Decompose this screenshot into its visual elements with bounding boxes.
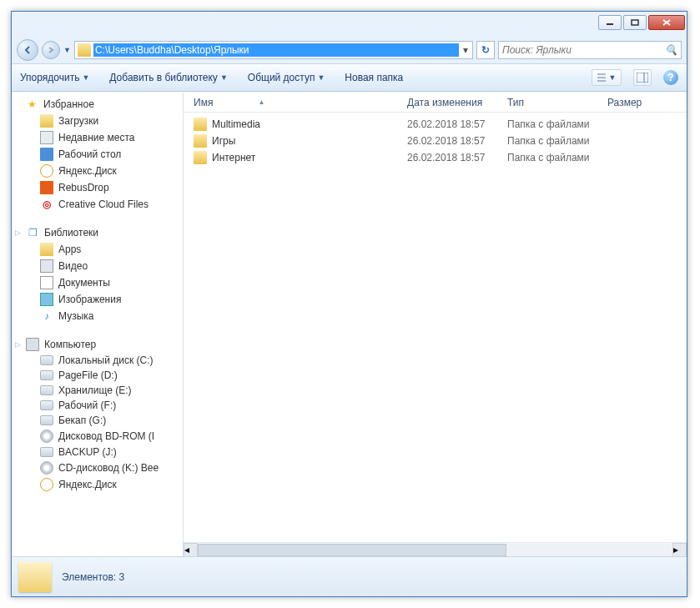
- favorites-header[interactable]: ★ Избранное: [12, 96, 183, 113]
- tree-item-label: Бекап (G:): [58, 415, 106, 426]
- preview-pane-button[interactable]: [633, 69, 652, 86]
- address-input[interactable]: [93, 43, 459, 57]
- file-row[interactable]: Multimedia26.02.2018 18:57Папка с файлам…: [184, 116, 687, 133]
- tree-item-label: Creative Cloud Files: [58, 198, 149, 210]
- scroll-right-button[interactable]: ▸: [672, 543, 687, 557]
- minimize-button[interactable]: [598, 15, 622, 30]
- view-mode-button[interactable]: ▼: [592, 69, 622, 86]
- search-box[interactable]: 🔍: [498, 41, 682, 59]
- file-list: Имя▲ Дата изменения Тип Размер Multimedi…: [184, 93, 687, 556]
- cell-name: Multimedia: [189, 118, 402, 131]
- cloud-icon: ◎: [40, 198, 53, 211]
- maximize-icon: [631, 19, 639, 26]
- refresh-button[interactable]: ↻: [476, 41, 495, 59]
- tree-item-label: Музыка: [58, 310, 93, 322]
- close-button[interactable]: [648, 15, 685, 30]
- folder-icon: [40, 114, 53, 128]
- scroll-thumb[interactable]: [198, 544, 506, 556]
- tree-item[interactable]: CD-дисковод (K:) Bee: [12, 460, 183, 476]
- tree-item[interactable]: Apps: [12, 241, 183, 258]
- tree-item-label: Яндекс.Диск: [58, 479, 117, 490]
- scroll-left-button[interactable]: ◂: [184, 543, 198, 557]
- file-row[interactable]: Интернет26.02.2018 18:57Папка с файлами: [184, 149, 687, 166]
- tree-item[interactable]: Локальный диск (C:): [12, 353, 183, 368]
- computer-header[interactable]: ▷ Компьютер: [12, 336, 183, 353]
- svg-rect-7: [637, 73, 648, 83]
- tree-item[interactable]: BACKUP (J:): [12, 445, 183, 460]
- tree-item[interactable]: RebusDrop: [12, 179, 183, 196]
- scroll-track[interactable]: [198, 544, 672, 556]
- drive-icon: [40, 355, 53, 365]
- column-type[interactable]: Тип: [502, 97, 602, 108]
- navigation-tree[interactable]: ★ Избранное ЗагрузкиНедавние местаРабочи…: [12, 93, 184, 556]
- tree-item[interactable]: Дисковод BD-ROM (I: [12, 428, 183, 445]
- tree-item[interactable]: Изображения: [12, 291, 183, 308]
- tree-item-label: BACKUP (J:): [58, 446, 117, 458]
- video-icon: [40, 259, 53, 273]
- cell-date: 26.02.2018 18:57: [402, 118, 502, 130]
- cell-name: Интернет: [189, 151, 402, 164]
- back-button[interactable]: [17, 39, 38, 61]
- new-folder-button[interactable]: Новая папка: [345, 72, 403, 83]
- yandex-icon: [40, 478, 53, 491]
- horizontal-scrollbar[interactable]: ◂ ▸: [184, 542, 687, 556]
- organize-menu[interactable]: Упорядочить ▼: [20, 72, 89, 83]
- folder-icon: [194, 134, 207, 148]
- img-icon: [40, 293, 53, 306]
- drive-icon: [40, 447, 53, 457]
- file-row[interactable]: Игры26.02.2018 18:57Папка с файлами: [184, 133, 687, 149]
- favorites-label: Избранное: [43, 98, 94, 110]
- tree-item-label: CD-дисковод (K:) Bee: [58, 462, 159, 474]
- chevron-down-icon: ▼: [317, 73, 325, 82]
- file-name: Игры: [212, 135, 235, 147]
- folder-icon: [40, 243, 53, 256]
- help-button[interactable]: ?: [663, 70, 678, 85]
- share-menu[interactable]: Общий доступ ▼: [248, 72, 325, 83]
- tree-item[interactable]: ◎Creative Cloud Files: [12, 196, 183, 213]
- arrow-right-icon: [48, 47, 54, 53]
- desktop-icon: [40, 148, 53, 161]
- search-input[interactable]: [502, 44, 665, 56]
- yandex-icon: [40, 164, 53, 178]
- address-dropdown-icon[interactable]: ▾: [459, 44, 472, 56]
- libraries-header[interactable]: ▷ ❐ Библиотеки: [12, 224, 183, 241]
- close-icon: [662, 19, 671, 26]
- column-size[interactable]: Размер: [602, 97, 669, 108]
- tree-item-label: Apps: [58, 244, 81, 255]
- folder-icon: [194, 151, 207, 164]
- tree-item[interactable]: PageFile (D:): [12, 368, 183, 383]
- tree-item[interactable]: Рабочий (F:): [12, 398, 183, 413]
- maximize-button[interactable]: [623, 15, 647, 30]
- column-headers: Имя▲ Дата изменения Тип Размер: [184, 93, 687, 113]
- address-bar[interactable]: ▾: [74, 41, 473, 59]
- history-dropdown-icon[interactable]: ▼: [63, 46, 71, 54]
- folder-icon: [78, 43, 91, 57]
- drive-icon: [40, 400, 53, 410]
- tree-item[interactable]: Яндекс.Диск: [12, 163, 183, 179]
- titlebar: [12, 12, 687, 37]
- favorites-group: ★ Избранное ЗагрузкиНедавние местаРабочи…: [12, 96, 183, 213]
- tree-item-label: Яндекс.Диск: [58, 165, 117, 177]
- tree-item[interactable]: Загрузки: [12, 113, 183, 129]
- column-date[interactable]: Дата изменения: [402, 97, 502, 108]
- cell-type: Папка с файлами: [502, 152, 602, 163]
- cell-date: 26.02.2018 18:57: [402, 152, 502, 163]
- column-name[interactable]: Имя▲: [189, 97, 402, 108]
- explorer-window: ▼ ▾ ↻ 🔍 Упорядочить ▼ Добавить в библиот…: [11, 11, 687, 597]
- computer-group: ▷ Компьютер Локальный диск (C:)PageFile …: [12, 336, 183, 493]
- folder-icon: [194, 118, 207, 131]
- add-to-library-menu[interactable]: Добавить в библиотеку ▼: [109, 72, 227, 83]
- tree-item[interactable]: Хранилище (E:): [12, 383, 183, 398]
- tree-item[interactable]: Недавние места: [12, 129, 183, 146]
- tree-item[interactable]: Видео: [12, 258, 183, 274]
- content-area: ★ Избранное ЗагрузкиНедавние местаРабочи…: [12, 92, 687, 556]
- file-rows[interactable]: Multimedia26.02.2018 18:57Папка с файлам…: [184, 113, 687, 542]
- libraries-label: Библиотеки: [44, 227, 98, 239]
- tree-item[interactable]: Бекап (G:): [12, 413, 183, 428]
- forward-button[interactable]: [42, 41, 60, 59]
- tree-item-label: Видео: [58, 260, 88, 272]
- tree-item[interactable]: Рабочий стол: [12, 146, 183, 163]
- tree-item[interactable]: Яндекс.Диск: [12, 476, 183, 493]
- tree-item[interactable]: Документы: [12, 274, 183, 291]
- tree-item[interactable]: ♪Музыка: [12, 308, 183, 324]
